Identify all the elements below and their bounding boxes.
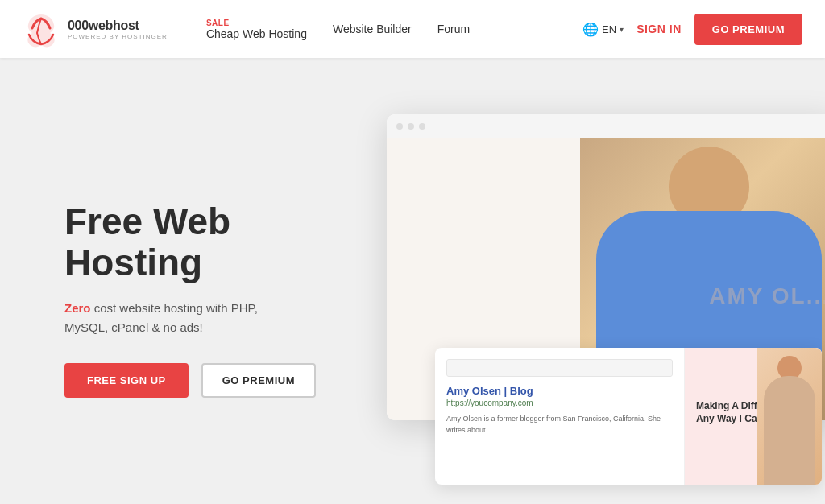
signin-button[interactable]: SIGN IN xyxy=(636,23,682,35)
nav-right: 🌐 EN ▾ SIGN IN GO PREMIUM xyxy=(582,14,802,45)
logo-icon xyxy=(23,10,60,48)
browser-dot-3 xyxy=(419,123,425,130)
small-mockup-left: Amy Olsen | Blog https://youcompany.com … xyxy=(435,348,685,485)
go-premium-hero-button[interactable]: GO PREMIUM xyxy=(201,363,316,398)
lang-code: EN xyxy=(602,23,616,35)
nav-sale-badge: SALE xyxy=(206,19,307,27)
hero-section: Free Web Hosting Zero cost website hosti… xyxy=(0,58,825,504)
small-blog-text: Amy Olsen is a former blogger from San F… xyxy=(446,414,673,436)
small-mockup-right: Making A Difference In Any Way I Can xyxy=(685,348,822,485)
logo-sub: POWERED BY HOSTINGER xyxy=(68,33,168,40)
hero-title: Free Web Hosting xyxy=(64,201,371,283)
browser-dot-2 xyxy=(408,123,414,130)
browser-mockup-small: Amy Olsen | Blog https://youcompany.com … xyxy=(435,348,822,485)
small-search-bar xyxy=(446,359,673,377)
logo-name: 000webhost xyxy=(68,19,168,33)
browser-bar xyxy=(387,114,825,138)
globe-icon: 🌐 xyxy=(582,22,599,37)
navbar: 000webhost POWERED BY HOSTINGER SALE Che… xyxy=(0,0,825,58)
nav-hosting-link[interactable]: SALE Cheap Web Hosting xyxy=(193,19,320,40)
hero-desc-zero: Zero xyxy=(64,301,91,315)
hero-desc-rest: cost website hosting with PHP, MySQL, cP… xyxy=(64,301,258,334)
logo-link[interactable]: 000webhost POWERED BY HOSTINGER xyxy=(23,10,168,48)
nav-links: SALE Cheap Web Hosting Website Builder F… xyxy=(193,19,582,40)
small-right-person xyxy=(757,348,822,485)
nav-hosting-text: Cheap Web Hosting xyxy=(206,27,307,40)
small-blog-url: https://youcompany.com xyxy=(446,399,673,407)
hero-description: Zero cost website hosting with PHP, MySQ… xyxy=(64,299,274,337)
logo-text: 000webhost POWERED BY HOSTINGER xyxy=(68,19,168,40)
hero-buttons: FREE SIGN UP GO PREMIUM xyxy=(64,363,371,398)
go-premium-nav-button[interactable]: GO PREMIUM xyxy=(694,14,802,45)
browser-dot-1 xyxy=(396,123,403,130)
hero-left: Free Web Hosting Zero cost website hosti… xyxy=(64,201,371,398)
chevron-down-icon: ▾ xyxy=(620,25,624,34)
nav-forum-link[interactable]: Forum xyxy=(425,23,483,35)
nav-builder-link[interactable]: Website Builder xyxy=(320,23,425,35)
hero-right: AMY OL... Amy Olsen | Blog https://youco… xyxy=(387,90,761,504)
small-blog-title: Amy Olsen | Blog xyxy=(446,385,673,397)
free-signup-button[interactable]: FREE SIGN UP xyxy=(64,363,189,398)
lang-selector[interactable]: 🌐 EN ▾ xyxy=(582,22,624,37)
